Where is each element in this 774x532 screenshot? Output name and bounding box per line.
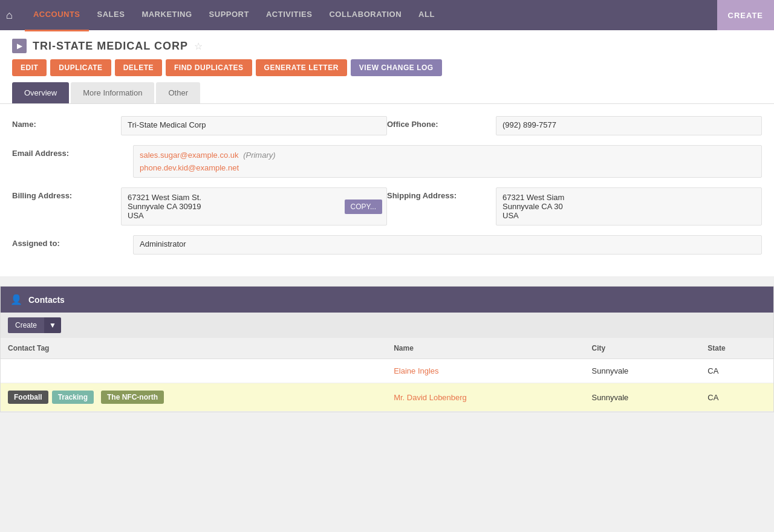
table-row: Elaine Ingles Sunnyvale CA (1, 359, 773, 383)
contacts-create-dropdown-arrow[interactable]: ▼ (44, 317, 61, 333)
office-phone-label: Office Phone: (387, 116, 496, 129)
billing-line1: 67321 West Siam St. (128, 193, 380, 202)
row1-city: Sunnyvale (585, 359, 701, 383)
address-row: Billing Address: 67321 West Siam St. Sun… (12, 187, 762, 225)
email-value: sales.sugar@example.co.uk (Primary) phon… (133, 145, 762, 178)
name-value: Tri-State Medical Corp (121, 116, 387, 135)
row1-tag (1, 359, 386, 383)
tab-other[interactable]: Other (156, 82, 200, 103)
tab-more-information[interactable]: More Information (71, 82, 154, 103)
nav-collaboration[interactable]: COLLABORATION (320, 0, 410, 31)
contacts-table-body: Elaine Ingles Sunnyvale CA Football Trac… (1, 359, 773, 412)
email-line2: phone.dev.kid@example.net (140, 163, 755, 172)
nav-sales[interactable]: SALES (89, 0, 134, 31)
find-duplicates-button[interactable]: FIND DUPLICATES (166, 59, 252, 76)
nav-support[interactable]: SUPPORT (201, 0, 258, 31)
col-contact-tag: Contact Tag (1, 338, 386, 359)
shipping-line3: USA (502, 211, 755, 220)
assigned-label: Assigned to: (12, 235, 133, 248)
nav-marketing[interactable]: MARKETING (133, 0, 200, 31)
create-dropdown: Create ▼ (8, 317, 61, 333)
contacts-table-head: Contact Tag Name City State (1, 338, 773, 359)
record-title-row: ▶ TRI-STATE MEDICAL CORP ☆ (12, 39, 762, 53)
contacts-person-icon: 👤 (10, 294, 22, 305)
billing-col: Billing Address: 67321 West Siam St. Sun… (12, 187, 387, 225)
tag-nfc-north[interactable]: The NFC-north (101, 391, 164, 404)
nav-links: ACCOUNTS SALES MARKETING SUPPORT ACTIVIT… (25, 0, 443, 31)
sidebar-toggle[interactable]: ▶ (12, 39, 27, 53)
col-city: City (585, 338, 701, 359)
row1-state: CA (700, 359, 773, 383)
phone-col: Office Phone: (992) 899-7577 (387, 116, 762, 135)
create-button[interactable]: CREATE (717, 0, 774, 30)
row2-city: Sunnyvale (585, 383, 701, 412)
contacts-table: Contact Tag Name City State Elaine Ingle… (1, 338, 773, 412)
nav-accounts[interactable]: ACCOUNTS (25, 0, 89, 31)
shipping-line2: Sunnyvale CA 30 (502, 202, 755, 211)
name-col: Name: Tri-State Medical Corp (12, 116, 387, 135)
nav-all[interactable]: ALL (410, 0, 443, 31)
email1-primary-tag: (Primary) (243, 151, 275, 160)
contacts-toolbar: Create ▼ (1, 313, 773, 338)
tab-overview[interactable]: Overview (12, 82, 69, 103)
detail-panel: Name: Tri-State Medical Corp Office Phon… (0, 104, 774, 276)
billing-label: Billing Address: (12, 187, 121, 200)
page-title: TRI-STATE MEDICAL CORP (33, 40, 188, 53)
view-change-log-button[interactable]: VIEW CHANGE LOG (351, 59, 442, 76)
action-buttons: EDIT DUPLICATE DELETE FIND DUPLICATES GE… (12, 59, 762, 76)
shipping-col: Shipping Address: 67321 West Siam Sunnyv… (387, 187, 762, 225)
contacts-table-header-row: Contact Tag Name City State (1, 338, 773, 359)
email2-link[interactable]: phone.dev.kid@example.net (140, 163, 239, 172)
copy-address-button[interactable]: COPY... (345, 199, 382, 214)
shipping-label: Shipping Address: (387, 187, 496, 200)
col-state: State (700, 338, 773, 359)
name-label: Name: (12, 116, 121, 129)
email-label: Email Address: (12, 145, 133, 158)
row1-name: Elaine Ingles (386, 359, 584, 383)
office-phone-value: (992) 899-7577 (496, 116, 762, 135)
top-navigation: ⌂ ACCOUNTS SALES MARKETING SUPPORT ACTIV… (0, 0, 774, 30)
email1-link[interactable]: sales.sugar@example.co.uk (140, 151, 239, 160)
home-icon[interactable]: ⌂ (6, 9, 13, 22)
col-name: Name (386, 338, 584, 359)
email-line1: sales.sugar@example.co.uk (Primary) (140, 151, 755, 160)
contact-link[interactable]: Mr. David Lobenberg (394, 393, 467, 402)
email-row: Email Address: sales.sugar@example.co.uk… (12, 145, 762, 178)
edit-button[interactable]: EDIT (12, 59, 47, 76)
contacts-header: 👤 Contacts (1, 287, 773, 313)
row2-state: CA (700, 383, 773, 412)
duplicate-button[interactable]: DUPLICATE (50, 59, 111, 76)
generate-letter-button[interactable]: GENERATE LETTER (256, 59, 347, 76)
contacts-title: Contacts (28, 295, 65, 305)
row2-name: Mr. David Lobenberg (386, 383, 584, 412)
table-row: Football Tracking The NFC-north Mr. Davi… (1, 383, 773, 412)
tag-football[interactable]: Football (8, 391, 48, 404)
shipping-address-value: 67321 West Siam Sunnyvale CA 30 USA (496, 187, 762, 225)
assigned-value: Administrator (133, 235, 762, 255)
contacts-section: 👤 Contacts Create ▼ Contact Tag Name Cit… (0, 286, 774, 412)
billing-line2: Sunnyvale CA 30919 (128, 202, 380, 211)
assigned-row: Assigned to: Administrator (12, 235, 762, 255)
tabs: Overview More Information Other (12, 82, 762, 103)
favorite-star-icon[interactable]: ☆ (194, 41, 203, 52)
shipping-line1: 67321 West Siam (502, 193, 755, 202)
nav-activities[interactable]: ACTIVITIES (258, 0, 321, 31)
billing-line3: USA (128, 211, 380, 220)
tag-tracking[interactable]: Tracking (52, 391, 94, 404)
name-phone-row: Name: Tri-State Medical Corp Office Phon… (12, 116, 762, 135)
row2-tag: Football Tracking The NFC-north (1, 383, 386, 412)
delete-button[interactable]: DELETE (115, 59, 162, 76)
row2-tags: Football Tracking The NFC-north (8, 391, 379, 404)
contact-link[interactable]: Elaine Ingles (394, 366, 438, 375)
record-header: ▶ TRI-STATE MEDICAL CORP ☆ EDIT DUPLICAT… (0, 30, 774, 104)
billing-address-wrapper: 67321 West Siam St. Sunnyvale CA 30919 U… (121, 187, 387, 225)
contacts-create-button[interactable]: Create (8, 317, 44, 333)
